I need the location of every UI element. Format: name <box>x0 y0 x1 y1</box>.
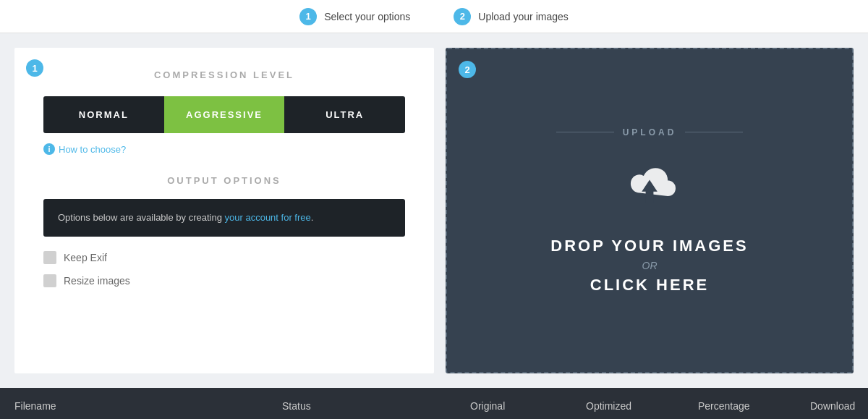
step2-badge: 2 <box>454 8 471 25</box>
right-panel-badge: 2 <box>459 61 476 78</box>
col-original: Original <box>470 400 586 412</box>
aggressive-button[interactable]: AGGRESSIVE <box>164 96 285 133</box>
normal-button[interactable]: NORMAL <box>43 96 164 133</box>
account-notice-suffix: . <box>311 212 314 223</box>
resize-images-label: Resize images <box>64 275 130 287</box>
col-percentage: Percentage <box>698 400 810 412</box>
resize-images-row: Resize images <box>43 274 405 287</box>
nav-step-2: 2 Upload your images <box>454 8 569 25</box>
compression-buttons: NORMAL AGGRESSIVE ULTRA <box>43 96 405 133</box>
step2-label: Upload your images <box>478 11 569 22</box>
how-to-choose-link[interactable]: How to choose? <box>59 144 126 155</box>
compression-title: COMPRESSION LEVEL <box>43 69 405 80</box>
col-optimized: Optimized <box>586 400 698 412</box>
upload-panel[interactable]: 2 UPLOAD DROP YOUR IMAGES OR CLICK HERE <box>446 48 854 373</box>
keep-exif-label: Keep Exif <box>64 252 107 263</box>
info-icon: i <box>43 143 55 155</box>
or-text: OR <box>642 260 658 271</box>
how-to-choose-row: i How to choose? <box>43 143 405 155</box>
account-notice: Options below are available by creating … <box>43 199 405 237</box>
col-filename: Filename <box>14 400 282 412</box>
nav-step-1: 1 Select your options <box>299 8 410 25</box>
step1-badge: 1 <box>299 8 317 25</box>
step1-label: Select your options <box>324 11 410 22</box>
resize-images-checkbox[interactable] <box>43 274 56 287</box>
table-header: Filename Status Original Optimized Perce… <box>0 388 868 419</box>
output-title: OUTPUT OPTIONS <box>43 175 405 186</box>
cloud-upload-icon <box>617 159 682 216</box>
upload-label: UPLOAD <box>556 127 744 137</box>
col-download: Download <box>810 400 855 412</box>
account-link[interactable]: your account for free <box>225 212 311 223</box>
col-status: Status <box>282 400 470 412</box>
options-panel: 1 COMPRESSION LEVEL NORMAL AGGRESSIVE UL… <box>14 48 434 373</box>
click-here-text: CLICK HERE <box>590 276 709 295</box>
keep-exif-row: Keep Exif <box>43 251 405 264</box>
left-panel-badge: 1 <box>26 59 43 77</box>
ultra-button[interactable]: ULTRA <box>284 96 405 133</box>
keep-exif-checkbox[interactable] <box>43 251 56 264</box>
main-content: 1 COMPRESSION LEVEL NORMAL AGGRESSIVE UL… <box>0 33 868 388</box>
top-nav: 1 Select your options 2 Upload your imag… <box>0 0 868 33</box>
drop-text: DROP YOUR IMAGES <box>550 237 748 255</box>
account-notice-text: Options below are available by creating <box>58 212 225 223</box>
